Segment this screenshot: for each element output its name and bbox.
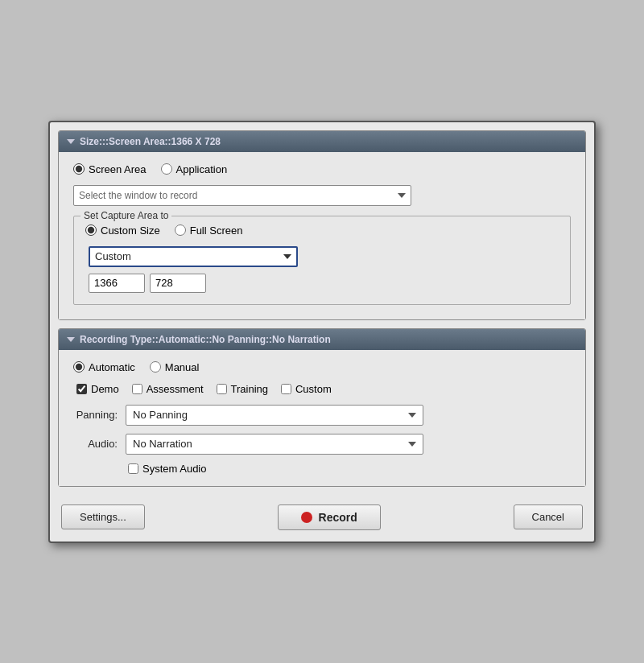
automatic-radio-label[interactable]: Automatic [73,361,135,373]
recording-section-title: Recording Type::Automatic::No Panning::N… [80,334,331,345]
panning-value: No Panning [133,409,188,421]
window-select-dropdown[interactable]: Select the window to record [73,185,411,206]
application-radio[interactable] [161,163,172,175]
audio-dropdown-arrow-icon [408,442,416,447]
system-audio-checkbox[interactable] [128,463,138,474]
capture-area-group: Set Capture Area to Custom Size Full Scr… [73,216,571,305]
record-button[interactable]: Record [278,504,381,530]
record-label: Record [319,511,357,524]
screen-area-radio-label[interactable]: Screen Area [73,163,147,175]
demo-label: Demo [91,383,119,395]
window-select-arrow-icon [398,193,406,198]
recording-mode-group: Automatic Manual [73,361,571,373]
full-screen-radio[interactable] [175,224,186,236]
main-dialog: Size:::Screen Area::1366 X 728 Screen Ar… [48,121,596,543]
training-checkbox[interactable] [217,384,227,394]
training-checkbox-label[interactable]: Training [217,383,268,395]
recording-section-body: Automatic Manual Demo Assessment [59,350,585,486]
size-inputs [89,274,559,293]
custom-size-label: Custom Size [101,224,160,237]
automatic-label: Automatic [89,361,135,373]
system-audio-row: System Audio [128,463,571,475]
audio-value: No Narration [133,438,192,450]
custom-checkbox-label[interactable]: Custom [281,383,332,395]
automatic-radio[interactable] [73,361,85,373]
manual-radio-label[interactable]: Manual [150,361,200,373]
recording-section-header: Recording Type::Automatic::No Panning::N… [59,329,585,350]
panning-dropdown[interactable]: No Panning [126,405,423,426]
mode-checkboxes: Demo Assessment Training Custom [76,383,571,395]
custom-dropdown-text: Custom [95,250,131,262]
height-input[interactable] [150,274,206,293]
assessment-label: Assessment [147,383,204,395]
demo-checkbox[interactable] [76,384,87,394]
width-input[interactable] [89,274,145,293]
window-select-row: Select the window to record [73,185,571,206]
application-label: Application [176,163,228,175]
size-section-title: Size:::Screen Area::1366 X 728 [80,136,221,147]
settings-button[interactable]: Settings... [61,504,145,529]
button-row: Settings... Record Cancel [50,495,594,542]
training-label: Training [231,383,268,395]
system-audio-label: System Audio [142,463,207,475]
audio-label: Audio: [73,438,118,450]
custom-mode-label: Custom [295,383,332,395]
full-screen-label: Full Screen [190,224,243,237]
custom-size-radio-label[interactable]: Custom Size [85,224,160,237]
demo-checkbox-label[interactable]: Demo [76,383,119,395]
audio-row: Audio: No Narration [73,434,571,455]
custom-size-radio[interactable] [85,224,97,236]
size-section-header: Size:::Screen Area::1366 X 728 [59,131,585,152]
screen-area-radio[interactable] [73,163,85,175]
system-audio-checkbox-label[interactable]: System Audio [128,463,207,475]
record-dot-icon [301,512,312,523]
window-select-text: Select the window to record [79,190,197,201]
custom-dropdown-arrow-icon [283,254,291,259]
size-section: Size:::Screen Area::1366 X 728 Screen Ar… [58,130,586,320]
custom-checkbox[interactable] [281,384,291,394]
custom-size-dropdown[interactable]: Custom [89,246,298,267]
size-type-group: Custom Size Full Screen [85,224,559,237]
screen-area-label: Screen Area [89,163,147,175]
application-radio-label[interactable]: Application [161,163,228,175]
panning-label: Panning: [73,409,118,421]
size-section-arrow [67,139,75,144]
manual-radio[interactable] [150,361,161,373]
audio-dropdown[interactable]: No Narration [126,434,423,455]
size-section-body: Screen Area Application Select the windo… [59,152,585,319]
recording-section: Recording Type::Automatic::No Panning::N… [58,328,586,487]
manual-label: Manual [165,361,200,373]
full-screen-radio-label[interactable]: Full Screen [175,224,243,237]
assessment-checkbox[interactable] [132,384,142,394]
capture-source-group: Screen Area Application [73,163,571,175]
panning-row: Panning: No Panning [73,405,571,426]
recording-section-arrow [67,337,75,342]
capture-area-label: Set Capture Area to [80,210,171,221]
panning-dropdown-arrow-icon [408,413,416,418]
cancel-button[interactable]: Cancel [514,504,583,529]
assessment-checkbox-label[interactable]: Assessment [132,383,204,395]
